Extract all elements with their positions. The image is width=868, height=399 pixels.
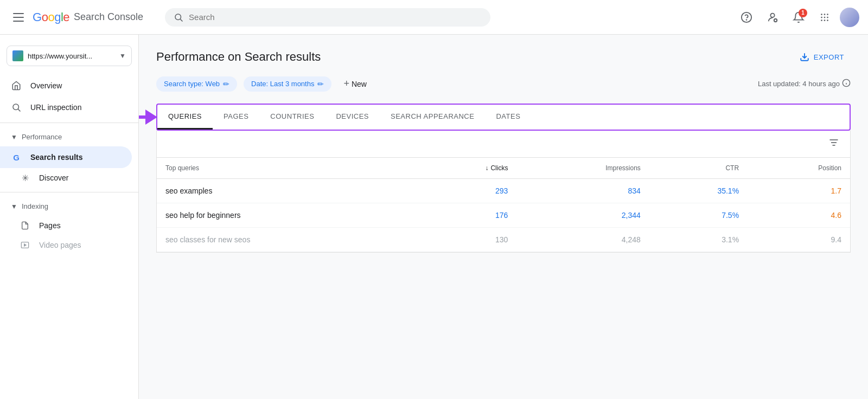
svg-point-10 [821,14,822,15]
top-header: Google Search Console [0,0,868,35]
site-url: https://www.yoursit... [28,52,115,60]
last-updated: Last updated: 4 hours ago [758,79,851,89]
col-header-query[interactable]: Top queries [157,158,415,179]
col-header-impressions[interactable]: Impressions [516,158,649,179]
tabs-section: QUERIES PAGES COUNTRIES DEVICES SEARCH A… [156,104,851,131]
col-header-ctr[interactable]: CTR [649,158,748,179]
export-button[interactable]: EXPORT [793,48,851,66]
search-bar-wrapper [165,8,490,27]
site-selector[interactable]: https://www.yoursit... ▼ [7,46,132,66]
sidebar-item-video-pages[interactable]: Video pages [0,235,138,255]
manage-account-button[interactable] [762,7,783,28]
tab-countries[interactable]: COUNTRIES [259,105,325,130]
section-header-indexing[interactable]: ▼ Indexing [0,197,138,216]
table-row: seo examples 293 834 35.1% 1.7 [157,179,850,203]
overview-label: Overview [30,81,62,90]
tab-dates[interactable]: DATES [485,105,531,130]
table-row: seo help for beginners 176 2,344 7.5% 4.… [157,203,850,228]
plus-icon: + [343,78,349,89]
apps-icon [819,11,831,23]
impressions-cell: 4,248 [516,228,649,252]
tab-pages[interactable]: PAGES [213,105,259,130]
table-filter-button[interactable] [826,135,841,153]
video-pages-icon [20,240,30,250]
svg-point-11 [824,14,826,15]
page-title: Performance on Search results [156,50,321,64]
search-input[interactable] [189,12,482,22]
url-search-icon [11,102,22,113]
search-bar[interactable] [165,8,490,27]
info-icon[interactable] [842,79,851,89]
search-type-label: Search type: Web [164,80,220,88]
sidebar-item-overview[interactable]: Overview [0,75,138,96]
clicks-cell: 130 [415,228,516,252]
main-content: Performance on Search results EXPORT Sea… [139,35,868,399]
sidebar: https://www.yoursit... ▼ Overview URL in… [0,35,139,399]
filters-row: Search type: Web ✏ Date: Last 3 months ✏… [156,75,851,93]
position-cell: 1.7 [748,179,850,203]
section-indexing-label: Indexing [22,202,48,210]
clicks-cell: 293 [415,179,516,203]
pages-icon [20,220,30,231]
filter-icon [828,137,839,148]
nav-divider-1 [0,123,138,123]
google-g-icon: G [11,152,22,163]
new-filter-button[interactable]: + New [338,75,372,93]
apps-button[interactable] [814,7,835,28]
manage-icon [767,11,778,23]
svg-point-17 [824,20,826,21]
svg-point-13 [821,16,822,18]
query-cell: seo examples [157,179,415,203]
table-toolbar [157,131,850,158]
table-section: Top queries ↓Clicks Impressions CTR Posi [156,131,851,253]
tab-devices[interactable]: DEVICES [325,105,380,130]
impressions-cell: 834 [516,179,649,203]
section-header-performance[interactable]: ▼ Performance [0,127,138,146]
help-icon [741,11,752,23]
sidebar-item-url-inspection[interactable]: URL inspection [0,96,138,118]
product-name: Search Console [74,11,143,23]
tab-queries[interactable]: QUERIES [157,105,213,130]
arrow-body [139,115,145,119]
logo-area: Google Search Console [33,10,143,24]
tabs-list: QUERIES PAGES COUNTRIES DEVICES SEARCH A… [157,105,850,130]
avatar[interactable] [840,8,859,27]
home-icon [11,80,22,91]
clicks-cell: 176 [415,203,516,228]
download-icon [800,52,809,62]
arrow-annotation [139,110,157,125]
avatar-image [840,8,859,27]
sidebar-item-discover[interactable]: ✳ Discover [0,168,138,188]
sidebar-item-search-results[interactable]: G Search results [0,146,132,168]
date-filter[interactable]: Date: Last 3 months ✏ [244,76,331,92]
position-cell: 4.6 [748,203,850,228]
site-favicon [12,50,23,61]
menu-button[interactable] [9,9,28,26]
impressions-cell: 2,344 [516,203,649,228]
search-type-filter[interactable]: Search type: Web ✏ [156,76,237,92]
chevron-down-icon: ▼ [119,52,126,60]
data-table: Top queries ↓Clicks Impressions CTR Posi [157,158,850,252]
svg-line-1 [180,19,182,21]
svg-point-0 [175,14,181,20]
help-button[interactable] [736,7,757,28]
ctr-cell: 7.5% [649,203,748,228]
svg-point-19 [13,104,19,110]
col-header-position[interactable]: Position [748,158,850,179]
video-pages-label: Video pages [39,241,81,249]
date-label: Date: Last 3 months [251,80,314,88]
col-header-clicks[interactable]: ↓Clicks [415,158,516,179]
notifications-button[interactable]: 1 [788,7,809,28]
collapse-icon: ▼ [11,133,17,141]
svg-point-16 [821,20,822,21]
svg-point-12 [827,14,828,15]
header-actions: 1 [736,7,859,28]
sidebar-item-pages[interactable]: Pages [0,216,138,235]
sort-down-icon: ↓ [485,164,488,172]
tab-search-appearance[interactable]: SEARCH APPEARANCE [380,105,485,130]
search-results-label: Search results [30,153,83,162]
new-filter-label: New [352,80,367,88]
app-body: https://www.yoursit... ▼ Overview URL in… [0,35,868,399]
position-cell: 9.4 [748,228,850,252]
svg-point-4 [770,13,774,17]
